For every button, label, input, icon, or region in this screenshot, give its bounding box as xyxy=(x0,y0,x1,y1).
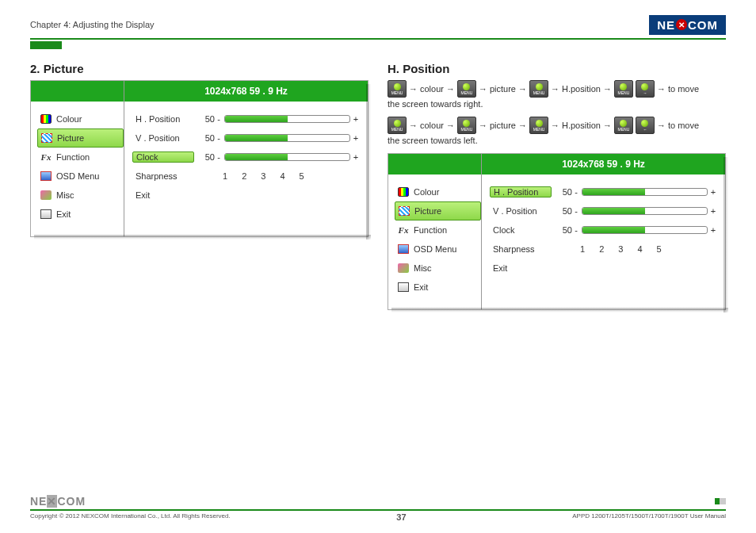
menu-button: MENU xyxy=(614,80,633,98)
menu-button: MENU xyxy=(388,80,407,98)
menu-button: MENU xyxy=(529,117,548,134)
flow-step-text: to move xyxy=(668,84,699,94)
menu-item-misc[interactable]: Misc xyxy=(37,186,124,205)
osd-panel-hposition: ColourPictureFxFunctionOSD MenuMiscExit … xyxy=(388,153,726,310)
setting-row[interactable]: H . Position50-+ xyxy=(490,182,717,201)
exit-icon xyxy=(398,282,409,292)
menu-item-misc[interactable]: Misc xyxy=(395,259,481,278)
flow-step-text: picture xyxy=(490,84,516,94)
menu-item-label: Colour xyxy=(56,114,82,124)
menu-item-picture[interactable]: Picture xyxy=(395,201,481,220)
button-label: MENU xyxy=(391,91,403,95)
menu-item-label: OSD Menu xyxy=(414,244,456,254)
exit-icon xyxy=(40,209,52,219)
menu-item-exit[interactable]: Exit xyxy=(395,278,481,297)
menu-item-osd[interactable]: OSD Menu xyxy=(395,240,481,259)
page-header: Chapter 4: Adjusting the Display NE✕COM xyxy=(30,14,726,35)
menu-button: MENU xyxy=(529,80,548,98)
button-led-icon xyxy=(394,83,401,90)
menu-item-function[interactable]: FxFunction xyxy=(395,220,481,240)
chapter-title: Chapter 4: Adjusting the Display xyxy=(30,20,155,29)
menu-item-colour[interactable]: Colour xyxy=(395,182,481,201)
button-led-icon xyxy=(620,83,627,90)
slider-track[interactable] xyxy=(224,115,350,123)
slider-track[interactable] xyxy=(224,134,350,142)
slider-track[interactable] xyxy=(224,153,350,161)
arrow-right-icon: → xyxy=(479,84,487,94)
setting-value: 50 xyxy=(552,206,572,216)
menu-item-label: Misc xyxy=(56,190,74,200)
setting-value: 50 xyxy=(194,152,215,162)
osd-resolution-header: 1024x768 59 . 9 Hz xyxy=(482,154,725,174)
flow-step-text: H.position xyxy=(562,121,601,130)
setting-label: V . Position xyxy=(132,133,194,143)
picture-icon xyxy=(41,133,52,143)
setting-sharpness[interactable]: Sharpness12345 xyxy=(490,240,717,259)
slider-track[interactable] xyxy=(582,207,708,215)
button-led-icon xyxy=(394,120,401,127)
setting-value: 50 xyxy=(194,114,215,124)
arrow-right-icon: → xyxy=(518,84,527,94)
menu-button: MENU xyxy=(388,117,407,134)
menu-button: MENU xyxy=(614,117,633,134)
slider-track[interactable] xyxy=(582,226,708,234)
osd-sidebar-header xyxy=(388,154,481,174)
osd-icon xyxy=(398,244,409,254)
osd-settings-pane: 1024x768 59 . 9 Hz H . Position50-+V . P… xyxy=(482,154,725,309)
setting-row[interactable]: H . Position50-+ xyxy=(132,109,360,128)
setting-exit[interactable]: Exit xyxy=(132,186,360,205)
colour-icon xyxy=(40,114,52,124)
button-led-icon xyxy=(620,120,627,127)
setting-label: Clock xyxy=(132,151,194,163)
menu-item-exit[interactable]: Exit xyxy=(37,205,124,224)
header-rule xyxy=(30,38,726,40)
osd-menu-sidebar: ColourPictureFxFunctionOSD MenuMiscExit xyxy=(388,154,482,309)
arrow-right-icon: → xyxy=(479,121,487,130)
plus-icon: + xyxy=(709,225,717,235)
setting-exit[interactable]: Exit xyxy=(490,259,717,278)
menu-item-function[interactable]: FxFunction xyxy=(37,148,124,167)
osd-resolution-header: 1024x768 59 . 9 Hz xyxy=(124,81,368,102)
flow-step-text: to move xyxy=(668,121,699,130)
flow-step-text: colour xyxy=(420,121,444,130)
button-label: MENU xyxy=(461,128,473,132)
slider-fill xyxy=(225,116,288,122)
arrow-right-icon: → xyxy=(551,121,559,130)
menu-item-label: Picture xyxy=(414,206,441,216)
button-label: MENU xyxy=(533,91,545,95)
setting-label: Sharpness xyxy=(132,171,194,181)
menu-item-osd[interactable]: OSD Menu xyxy=(37,167,124,186)
plus-icon: + xyxy=(709,187,717,197)
minus-icon: - xyxy=(572,206,580,216)
slider-fill xyxy=(225,154,288,160)
menu-button: MENU xyxy=(457,80,476,98)
slider-fill xyxy=(225,135,288,141)
arrow-right-icon: → xyxy=(446,84,455,94)
document-title: APPD 1200T/1205T/1500T/1700T/1900T User … xyxy=(572,512,726,522)
button-led-icon xyxy=(536,120,543,127)
plus-icon: + xyxy=(352,133,360,143)
osd-icon xyxy=(40,171,52,181)
sharpness-values: 12345 xyxy=(552,244,662,254)
menu-item-picture[interactable]: Picture xyxy=(37,128,124,148)
setting-row[interactable]: V . Position50-+ xyxy=(490,201,717,220)
setting-row[interactable]: Clock50-+ xyxy=(132,148,360,167)
setting-sharpness[interactable]: Sharpness12345 xyxy=(132,167,360,186)
arrow-right-icon: → xyxy=(657,84,666,94)
menu-item-colour[interactable]: Colour xyxy=(37,109,124,128)
plus-icon: + xyxy=(709,206,717,216)
setting-label: Clock xyxy=(490,225,552,235)
arrow-right-icon: → xyxy=(518,121,527,130)
minus-icon: - xyxy=(215,133,223,143)
nav-flow-left: MENU→colour→MENU→picture→MENU→H.position… xyxy=(388,117,726,134)
slider-track[interactable] xyxy=(582,188,708,196)
setting-label: Exit xyxy=(132,190,194,200)
button-label: MENU xyxy=(618,91,630,95)
nav-flow-right-desc: the screen towards right. xyxy=(388,99,726,109)
setting-row[interactable]: Clock50-+ xyxy=(490,220,717,240)
minus-icon: - xyxy=(572,187,580,197)
slider-fill xyxy=(582,189,645,195)
nexcom-logo: NE✕COM xyxy=(649,15,726,35)
setting-row[interactable]: V . Position50-+ xyxy=(132,128,360,148)
sharpness-values: 12345 xyxy=(194,171,304,181)
